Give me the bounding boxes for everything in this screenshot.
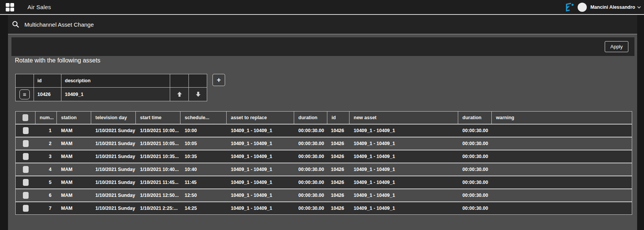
- move-up-header-cell: [170, 74, 189, 87]
- handle-header-cell: [16, 74, 34, 87]
- cell-warning: [492, 176, 632, 188]
- id-header-cell: id: [34, 74, 61, 87]
- move-down-cell: [189, 88, 208, 101]
- cell-schedule: 14:25: [180, 202, 227, 214]
- cell-television_day: 1/10/2021 Sunday: [91, 202, 136, 214]
- cell-new_asset: 10409_1 - 10409_1: [349, 202, 458, 214]
- move-up-button[interactable]: [177, 91, 182, 97]
- chevron-down-icon[interactable]: [637, 6, 641, 9]
- cell-start_time: 1/10/2021 10:00...: [136, 125, 180, 137]
- rotate-asset-row[interactable]: ≡ 10426 10409_1: [16, 87, 207, 101]
- header-television-day[interactable]: television day: [91, 112, 136, 124]
- row-checkbox-cell: [16, 137, 35, 150]
- cell-duration: 00:00:30.00: [294, 189, 327, 201]
- header-duration-2[interactable]: duration: [458, 112, 492, 124]
- cell-num: 2: [35, 137, 57, 150]
- cell-duration2: 00:00:30.00: [458, 176, 492, 188]
- cell-new_asset: 10409_1 - 10409_1: [349, 176, 458, 188]
- cell-duration: 00:00:30.00: [294, 125, 327, 137]
- move-down-button[interactable]: [195, 91, 201, 97]
- user-avatar[interactable]: [578, 3, 587, 12]
- cell-asset_to_replace: 10409_1 - 10409_1: [227, 125, 294, 137]
- header-asset-to-replace[interactable]: asset to replace: [227, 112, 294, 124]
- cell-duration: 00:00:30.00: [294, 176, 327, 188]
- table-row[interactable]: 5MAM1/10/2021 Sunday1/10/2021 11:45...11…: [16, 176, 632, 188]
- cell-id: 10426: [327, 202, 349, 214]
- cell-warning: [492, 137, 632, 150]
- table-row[interactable]: 1MAM1/10/2021 Sunday1/10/2021 10:00...10…: [16, 124, 632, 137]
- row-checkbox[interactable]: [23, 127, 29, 134]
- cell-station: MAM: [57, 176, 91, 188]
- cell-schedule: 10:40: [180, 163, 227, 176]
- arrow-up-icon: [177, 91, 182, 97]
- cell-duration2: 00:00:30.00: [458, 137, 492, 150]
- cell-duration: 00:00:30.00: [294, 150, 327, 163]
- apply-button[interactable]: Apply: [605, 41, 628, 52]
- cell-id: 10426: [327, 189, 349, 201]
- cell-warning: [492, 202, 632, 214]
- row-handle-cell: ≡: [16, 88, 34, 101]
- cell-schedule: 10:00: [180, 125, 227, 137]
- table-row[interactable]: 4MAM1/10/2021 Sunday1/10/2021 10:40...10…: [16, 163, 632, 176]
- header-id[interactable]: id: [327, 112, 349, 124]
- table-row[interactable]: 3MAM1/10/2021 Sunday1/10/2021 10:35...10…: [16, 150, 632, 163]
- table-row[interactable]: 6MAM1/10/2021 Sunday1/10/2021 12:50...12…: [16, 188, 632, 201]
- header-start-time[interactable]: start time: [136, 112, 180, 124]
- user-name[interactable]: Mancini Alessandro: [590, 5, 635, 10]
- cell-id: 10426: [327, 176, 349, 188]
- header-station[interactable]: station: [57, 112, 91, 124]
- schedule-table: num... station television day start time…: [15, 111, 632, 215]
- cell-television_day: 1/10/2021 Sunday: [91, 163, 136, 176]
- cell-schedule: 12:50: [180, 189, 227, 201]
- cell-num: 7: [35, 202, 57, 214]
- add-asset-button[interactable]: +: [213, 74, 225, 86]
- table-row[interactable]: 2MAM1/10/2021 Sunday1/10/2021 10:05...10…: [16, 137, 632, 150]
- app-title: Air Sales: [27, 4, 51, 10]
- cell-asset_to_replace: 10409_1 - 10409_1: [227, 176, 294, 188]
- cell-new_asset: 10409_1 - 10409_1: [349, 189, 458, 201]
- row-menu-button[interactable]: ≡: [19, 89, 30, 99]
- header-duration[interactable]: duration: [294, 112, 327, 124]
- header-schedule[interactable]: schedule...: [180, 112, 227, 124]
- cell-duration2: 00:00:30.00: [458, 189, 492, 201]
- brand-logo-icon: [564, 2, 575, 13]
- panel-toolbar: Apply: [11, 37, 634, 56]
- row-checkbox[interactable]: [23, 192, 29, 199]
- cell-duration2: 00:00:30.00: [458, 150, 492, 163]
- menu-search-bar[interactable]: Multichannel Asset Change: [8, 15, 637, 34]
- header-new-asset[interactable]: new asset: [349, 112, 458, 124]
- cell-num: 5: [35, 176, 57, 188]
- cell-duration2: 00:00:30.00: [458, 202, 492, 214]
- select-all-checkbox[interactable]: [23, 114, 28, 121]
- app-grid-menu-button[interactable]: [5, 2, 15, 13]
- row-checkbox[interactable]: [23, 166, 29, 173]
- row-checkbox[interactable]: [23, 179, 29, 186]
- cell-station: MAM: [57, 150, 91, 163]
- cell-num: 3: [35, 150, 57, 163]
- cell-asset_to_replace: 10409_1 - 10409_1: [227, 163, 294, 176]
- cell-duration: 00:00:30.00: [294, 137, 327, 150]
- row-checkbox[interactable]: [23, 140, 29, 147]
- header-warning[interactable]: warning: [492, 112, 632, 124]
- cell-start_time: 1/10/2021 10:35...: [136, 150, 180, 163]
- cell-start_time: 1/10/2021 10:05...: [136, 137, 180, 150]
- cell-asset_to_replace: 10409_1 - 10409_1: [227, 189, 294, 201]
- cell-num: 1: [35, 125, 57, 137]
- cell-start_time: 1/10/2021 10:40...: [136, 163, 180, 176]
- cell-warning: [492, 125, 632, 137]
- top-bar: Air Sales Mancini Alessandro: [0, 0, 644, 14]
- cell-start_time: 1/10/2021 11:45...: [136, 176, 180, 188]
- cell-id: 10426: [327, 125, 349, 137]
- cell-asset_to_replace: 10409_1 - 10409_1: [227, 137, 294, 150]
- cell-television_day: 1/10/2021 Sunday: [91, 125, 136, 137]
- cell-schedule: 10:05: [180, 137, 227, 150]
- table-row[interactable]: 7MAM1/10/2021 Sunday1/10/2021 2:25:...14…: [16, 201, 632, 214]
- header-num[interactable]: num...: [35, 112, 57, 124]
- schedule-table-body: 1MAM1/10/2021 Sunday1/10/2021 10:00...10…: [16, 124, 632, 214]
- row-checkbox[interactable]: [23, 205, 29, 212]
- search-query-text: Multichannel Asset Change: [24, 21, 94, 28]
- cell-station: MAM: [57, 163, 91, 176]
- row-checkbox[interactable]: [23, 153, 29, 160]
- cell-television_day: 1/10/2021 Sunday: [91, 189, 136, 201]
- schedule-table-header-row: num... station television day start time…: [16, 112, 632, 124]
